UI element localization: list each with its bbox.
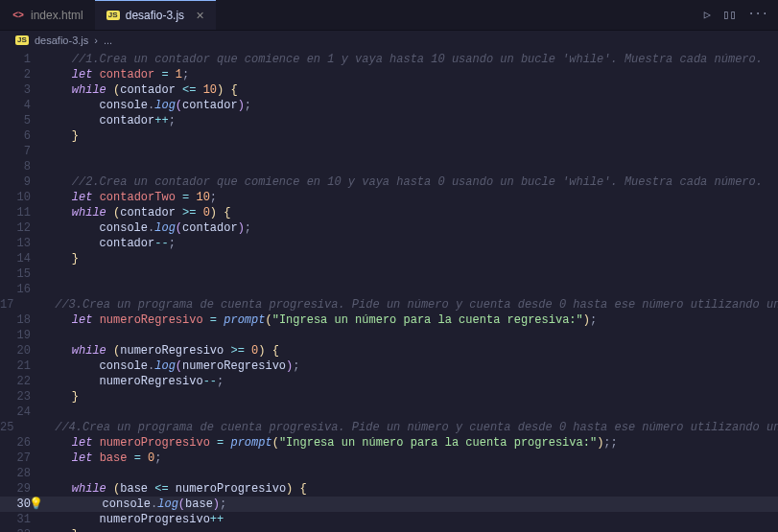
code-content[interactable]: let numeroProgresivo = prompt("Ingresa u… — [44, 435, 778, 451]
code-line[interactable]: 6 } — [0, 128, 778, 144]
code-content[interactable]: } — [44, 128, 778, 144]
code-line[interactable]: 15 — [0, 266, 778, 282]
code-editor[interactable]: 1 //1.Crea un contador que comience en 1… — [0, 50, 778, 532]
code-line[interactable]: 26 let numeroProgresivo = prompt("Ingres… — [0, 435, 778, 451]
line-number: 21 — [0, 359, 44, 374]
line-number: 27 — [0, 451, 44, 466]
line-number: 14 — [0, 251, 44, 266]
line-number: 5 — [0, 113, 44, 128]
code-line[interactable]: 27 let base = 0; — [0, 451, 778, 466]
code-content[interactable]: numeroProgresivo++ — [44, 512, 778, 527]
code-content[interactable]: 💡 console.log(base); — [44, 497, 778, 512]
code-line[interactable]: 7 — [0, 144, 778, 159]
code-content[interactable]: } — [44, 251, 778, 266]
code-line[interactable]: 18 let numeroRegresivo = prompt("Ingresa… — [0, 312, 778, 328]
line-number: 19 — [0, 328, 44, 343]
code-line[interactable]: 25 //4.Crea un programa de cuenta progre… — [0, 420, 778, 435]
code-line[interactable]: 13 contador--; — [0, 236, 778, 251]
code-line[interactable]: 4 console.log(contador); — [0, 98, 778, 113]
line-number: 28 — [0, 466, 44, 481]
code-line[interactable]: 14 } — [0, 251, 778, 266]
line-number: 6 — [0, 128, 44, 144]
code-content[interactable] — [44, 405, 778, 420]
line-number: 24 — [0, 405, 44, 420]
tab-label: index.html — [31, 9, 83, 22]
line-number: 20 — [0, 343, 44, 359]
code-line[interactable]: 29 while (base <= numeroProgresivo) { — [0, 481, 778, 497]
code-line[interactable]: 17 //3.Crea un programa de cuenta progre… — [0, 297, 778, 312]
code-content[interactable]: let contadorTwo = 10; — [44, 190, 778, 205]
tab-bar: <> index.html JS desafio-3.js ✕ ▷ ▯▯ ··· — [0, 0, 778, 31]
code-line[interactable]: 23 } — [0, 389, 778, 405]
breadcrumb-tail: ... — [104, 35, 112, 46]
code-line[interactable]: 16 — [0, 282, 778, 297]
line-number: 12 — [0, 220, 44, 236]
js-file-icon: JS — [15, 34, 29, 47]
code-content[interactable]: while (numeroRegresivo >= 0) { — [44, 343, 778, 359]
code-content[interactable]: let numeroRegresivo = prompt("Ingresa un… — [44, 312, 778, 328]
code-content[interactable]: //2.Crea un contador que comience en 10 … — [44, 174, 778, 190]
code-content[interactable] — [44, 159, 778, 174]
code-content[interactable] — [44, 466, 778, 481]
code-line[interactable]: 24 — [0, 405, 778, 420]
close-icon[interactable]: ✕ — [196, 10, 204, 22]
code-content[interactable]: let contador = 1; — [44, 67, 778, 82]
line-number: 26 — [0, 435, 44, 451]
tab-desafio-3-js[interactable]: JS desafio-3.js ✕ — [95, 0, 216, 30]
code-line[interactable]: 19 — [0, 328, 778, 343]
chevron-right-icon: › — [94, 35, 98, 46]
code-line[interactable]: 20 while (numeroRegresivo >= 0) { — [0, 343, 778, 359]
html-file-icon: <> — [12, 9, 25, 22]
code-line[interactable]: 5 contador++; — [0, 113, 778, 128]
line-number: 22 — [0, 374, 44, 389]
line-number: 9 — [0, 174, 44, 190]
code-content[interactable]: numeroRegresivo--; — [44, 374, 778, 389]
code-content[interactable]: let base = 0; — [44, 451, 778, 466]
code-line[interactable]: 12 console.log(contador); — [0, 220, 778, 236]
code-line[interactable]: 31 numeroProgresivo++ — [0, 512, 778, 527]
run-icon[interactable]: ▷ — [704, 8, 711, 22]
code-line[interactable]: 28 — [0, 466, 778, 481]
tab-index-html[interactable]: <> index.html — [0, 0, 95, 30]
code-content[interactable]: } — [44, 527, 778, 532]
code-line[interactable]: 21 console.log(numeroRegresivo); — [0, 359, 778, 374]
code-content[interactable] — [44, 282, 778, 297]
code-content[interactable]: while (base <= numeroProgresivo) { — [44, 481, 778, 497]
code-line[interactable]: 32 } — [0, 527, 778, 532]
code-content[interactable]: //3.Crea un programa de cuenta progresiv… — [27, 297, 778, 312]
tab-label: desafio-3.js — [126, 9, 184, 22]
line-number: 17 — [0, 297, 27, 312]
breadcrumb-file: desafio-3.js — [35, 35, 88, 46]
code-line[interactable]: 3 while (contador <= 10) { — [0, 82, 778, 98]
code-content[interactable]: console.log(contador); — [44, 98, 778, 113]
code-line[interactable]: 10 let contadorTwo = 10; — [0, 190, 778, 205]
split-editor-icon[interactable]: ▯▯ — [722, 8, 736, 22]
breadcrumb[interactable]: JS desafio-3.js › ... — [0, 31, 778, 50]
js-file-icon: JS — [106, 9, 120, 22]
code-line[interactable]: 8 — [0, 159, 778, 174]
code-content[interactable]: console.log(contador); — [44, 220, 778, 236]
line-number: 16 — [0, 282, 44, 297]
code-content[interactable] — [44, 328, 778, 343]
code-line[interactable]: 30💡 console.log(base); — [0, 497, 778, 512]
code-content[interactable]: while (contador >= 0) { — [44, 205, 778, 220]
code-line[interactable]: 22 numeroRegresivo--; — [0, 374, 778, 389]
more-actions-icon[interactable]: ··· — [747, 8, 768, 22]
editor-actions: ▷ ▯▯ ··· — [695, 8, 778, 22]
code-line[interactable]: 1 //1.Crea un contador que comience en 1… — [0, 52, 778, 67]
code-content[interactable]: //1.Crea un contador que comience en 1 y… — [44, 52, 778, 67]
code-content[interactable] — [44, 144, 778, 159]
code-content[interactable]: contador--; — [44, 236, 778, 251]
code-line[interactable]: 11 while (contador >= 0) { — [0, 205, 778, 220]
code-content[interactable]: while (contador <= 10) { — [44, 82, 778, 98]
line-number: 4 — [0, 98, 44, 113]
code-content[interactable]: } — [44, 389, 778, 405]
code-content[interactable]: //4.Crea un programa de cuenta progresiv… — [27, 420, 778, 435]
line-number: 11 — [0, 205, 44, 220]
code-content[interactable]: console.log(numeroRegresivo); — [44, 359, 778, 374]
code-content[interactable]: contador++; — [44, 113, 778, 128]
code-line[interactable]: 2 let contador = 1; — [0, 67, 778, 82]
line-number: 3 — [0, 82, 44, 98]
code-line[interactable]: 9 //2.Crea un contador que comience en 1… — [0, 174, 778, 190]
code-content[interactable] — [44, 266, 778, 282]
